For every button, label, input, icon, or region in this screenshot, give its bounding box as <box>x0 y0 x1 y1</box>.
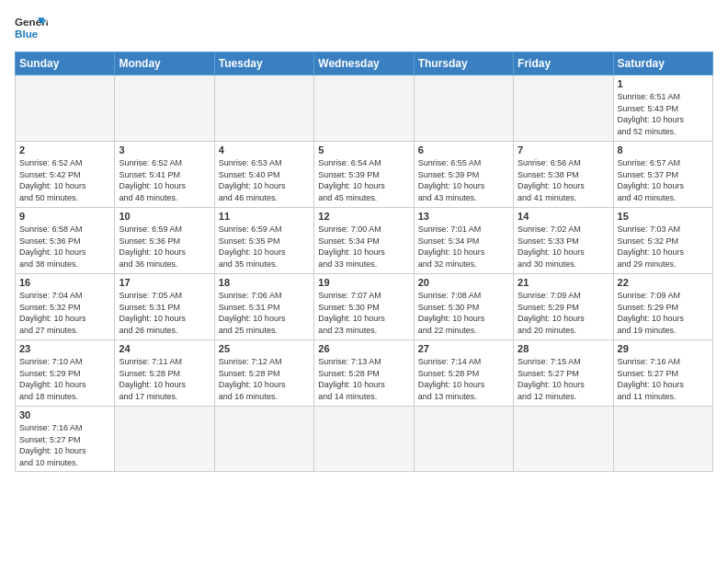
day-number: 5 <box>318 144 409 155</box>
day-cell <box>613 407 712 472</box>
day-number: 24 <box>119 343 210 354</box>
day-number: 9 <box>19 211 110 222</box>
weekday-wednesday: Wednesday <box>314 52 414 75</box>
day-cell: 24Sunrise: 7:11 AM Sunset: 5:28 PM Dayli… <box>115 340 214 407</box>
day-number: 1 <box>618 78 709 89</box>
day-number: 27 <box>418 343 509 354</box>
day-info: Sunrise: 7:04 AM Sunset: 5:32 PM Dayligh… <box>19 290 110 336</box>
day-number: 30 <box>19 409 110 420</box>
week-row-2: 9Sunrise: 6:58 AM Sunset: 5:36 PM Daylig… <box>16 208 713 274</box>
day-number: 20 <box>418 277 509 288</box>
day-info: Sunrise: 6:59 AM Sunset: 5:36 PM Dayligh… <box>119 224 210 270</box>
day-number: 7 <box>518 144 609 155</box>
day-info: Sunrise: 7:16 AM Sunset: 5:27 PM Dayligh… <box>19 422 110 468</box>
week-row-5: 30Sunrise: 7:16 AM Sunset: 5:27 PM Dayli… <box>16 407 713 472</box>
day-number: 8 <box>618 144 709 155</box>
weekday-tuesday: Tuesday <box>214 52 313 75</box>
day-number: 3 <box>119 144 210 155</box>
day-cell <box>514 407 613 472</box>
day-cell: 17Sunrise: 7:05 AM Sunset: 5:31 PM Dayli… <box>115 274 214 340</box>
weekday-saturday: Saturday <box>613 52 712 75</box>
day-info: Sunrise: 7:09 AM Sunset: 5:29 PM Dayligh… <box>618 290 709 336</box>
day-number: 17 <box>119 277 210 288</box>
day-info: Sunrise: 7:16 AM Sunset: 5:27 PM Dayligh… <box>618 356 709 402</box>
logo-icon: General Blue <box>15 11 48 44</box>
day-info: Sunrise: 6:52 AM Sunset: 5:41 PM Dayligh… <box>119 157 210 203</box>
day-cell: 18Sunrise: 7:06 AM Sunset: 5:31 PM Dayli… <box>214 274 313 340</box>
day-cell <box>414 75 513 142</box>
day-number: 10 <box>119 211 210 222</box>
day-info: Sunrise: 6:55 AM Sunset: 5:39 PM Dayligh… <box>418 157 509 203</box>
day-number: 11 <box>219 211 310 222</box>
day-number: 6 <box>418 144 509 155</box>
header: General Blue <box>15 11 713 44</box>
day-number: 26 <box>318 343 409 354</box>
day-info: Sunrise: 7:08 AM Sunset: 5:30 PM Dayligh… <box>418 290 509 336</box>
day-info: Sunrise: 7:14 AM Sunset: 5:28 PM Dayligh… <box>418 356 509 402</box>
day-info: Sunrise: 7:00 AM Sunset: 5:34 PM Dayligh… <box>318 224 409 270</box>
day-number: 29 <box>618 343 709 354</box>
day-cell <box>214 407 313 472</box>
day-info: Sunrise: 7:13 AM Sunset: 5:28 PM Dayligh… <box>318 356 409 402</box>
svg-text:Blue: Blue <box>15 28 39 40</box>
day-cell: 5Sunrise: 6:54 AM Sunset: 5:39 PM Daylig… <box>314 142 414 208</box>
day-info: Sunrise: 6:56 AM Sunset: 5:38 PM Dayligh… <box>518 157 609 203</box>
day-info: Sunrise: 7:15 AM Sunset: 5:27 PM Dayligh… <box>518 356 609 402</box>
day-info: Sunrise: 6:58 AM Sunset: 5:36 PM Dayligh… <box>19 224 110 270</box>
day-cell: 20Sunrise: 7:08 AM Sunset: 5:30 PM Dayli… <box>414 274 513 340</box>
day-info: Sunrise: 7:10 AM Sunset: 5:29 PM Dayligh… <box>19 356 110 402</box>
day-info: Sunrise: 6:54 AM Sunset: 5:39 PM Dayligh… <box>318 157 409 203</box>
day-info: Sunrise: 7:02 AM Sunset: 5:33 PM Dayligh… <box>518 224 609 270</box>
weekday-monday: Monday <box>115 52 214 75</box>
day-number: 12 <box>318 211 409 222</box>
day-number: 2 <box>19 144 110 155</box>
day-cell: 22Sunrise: 7:09 AM Sunset: 5:29 PM Dayli… <box>613 274 712 340</box>
day-number: 23 <box>19 343 110 354</box>
day-info: Sunrise: 7:12 AM Sunset: 5:28 PM Dayligh… <box>219 356 310 402</box>
day-cell: 19Sunrise: 7:07 AM Sunset: 5:30 PM Dayli… <box>314 274 414 340</box>
day-cell <box>414 407 513 472</box>
day-cell: 28Sunrise: 7:15 AM Sunset: 5:27 PM Dayli… <box>514 340 613 407</box>
day-info: Sunrise: 6:53 AM Sunset: 5:40 PM Dayligh… <box>219 157 310 203</box>
day-cell <box>314 75 414 142</box>
day-cell <box>314 407 414 472</box>
day-info: Sunrise: 7:01 AM Sunset: 5:34 PM Dayligh… <box>418 224 509 270</box>
week-row-1: 2Sunrise: 6:52 AM Sunset: 5:42 PM Daylig… <box>16 142 713 208</box>
week-row-4: 23Sunrise: 7:10 AM Sunset: 5:29 PM Dayli… <box>16 340 713 407</box>
day-cell <box>115 75 214 142</box>
day-info: Sunrise: 6:59 AM Sunset: 5:35 PM Dayligh… <box>219 224 310 270</box>
day-info: Sunrise: 7:05 AM Sunset: 5:31 PM Dayligh… <box>119 290 210 336</box>
day-number: 25 <box>219 343 310 354</box>
day-cell: 4Sunrise: 6:53 AM Sunset: 5:40 PM Daylig… <box>214 142 313 208</box>
day-info: Sunrise: 7:03 AM Sunset: 5:32 PM Dayligh… <box>618 224 709 270</box>
day-number: 16 <box>19 277 110 288</box>
day-cell: 12Sunrise: 7:00 AM Sunset: 5:34 PM Dayli… <box>314 208 414 274</box>
day-cell: 13Sunrise: 7:01 AM Sunset: 5:34 PM Dayli… <box>414 208 513 274</box>
day-cell: 26Sunrise: 7:13 AM Sunset: 5:28 PM Dayli… <box>314 340 414 407</box>
day-number: 22 <box>618 277 709 288</box>
day-cell: 7Sunrise: 6:56 AM Sunset: 5:38 PM Daylig… <box>514 142 613 208</box>
day-number: 19 <box>318 277 409 288</box>
day-cell: 30Sunrise: 7:16 AM Sunset: 5:27 PM Dayli… <box>16 407 115 472</box>
day-cell: 6Sunrise: 6:55 AM Sunset: 5:39 PM Daylig… <box>414 142 513 208</box>
day-cell: 23Sunrise: 7:10 AM Sunset: 5:29 PM Dayli… <box>16 340 115 407</box>
week-row-0: 1Sunrise: 6:51 AM Sunset: 5:43 PM Daylig… <box>16 75 713 142</box>
day-number: 15 <box>618 211 709 222</box>
day-number: 18 <box>219 277 310 288</box>
week-row-3: 16Sunrise: 7:04 AM Sunset: 5:32 PM Dayli… <box>16 274 713 340</box>
day-cell: 25Sunrise: 7:12 AM Sunset: 5:28 PM Dayli… <box>214 340 313 407</box>
day-cell: 27Sunrise: 7:14 AM Sunset: 5:28 PM Dayli… <box>414 340 513 407</box>
day-number: 4 <box>219 144 310 155</box>
day-info: Sunrise: 7:07 AM Sunset: 5:30 PM Dayligh… <box>318 290 409 336</box>
day-cell: 8Sunrise: 6:57 AM Sunset: 5:37 PM Daylig… <box>613 142 712 208</box>
weekday-sunday: Sunday <box>16 52 115 75</box>
calendar: SundayMondayTuesdayWednesdayThursdayFrid… <box>15 52 713 472</box>
day-number: 28 <box>518 343 609 354</box>
day-cell: 1Sunrise: 6:51 AM Sunset: 5:43 PM Daylig… <box>613 75 712 142</box>
day-info: Sunrise: 6:51 AM Sunset: 5:43 PM Dayligh… <box>618 91 709 137</box>
day-cell: 11Sunrise: 6:59 AM Sunset: 5:35 PM Dayli… <box>214 208 313 274</box>
day-cell: 29Sunrise: 7:16 AM Sunset: 5:27 PM Dayli… <box>613 340 712 407</box>
day-cell: 15Sunrise: 7:03 AM Sunset: 5:32 PM Dayli… <box>613 208 712 274</box>
day-cell <box>214 75 313 142</box>
day-cell <box>16 75 115 142</box>
